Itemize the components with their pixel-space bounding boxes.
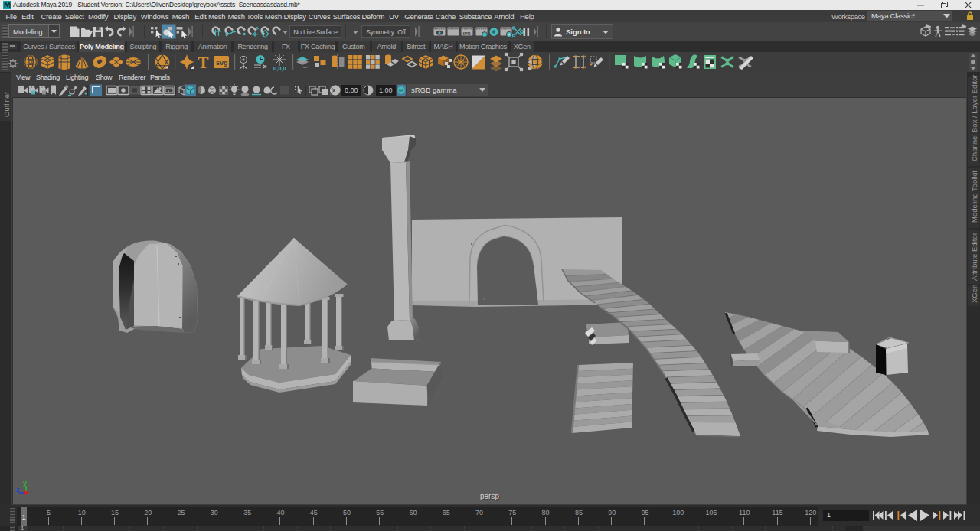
svg-text:0,0,0: 0,0,0	[273, 65, 286, 72]
svg-text:T: T	[198, 54, 209, 72]
svg-text:T: T	[168, 89, 171, 93]
svg-text:y: y	[23, 479, 27, 487]
svg-text:svg: svg	[216, 59, 228, 67]
svg-text:Sign In: Sign In	[566, 28, 590, 36]
svg-text:GA: GA	[399, 89, 404, 93]
svg-text:IPR: IPR	[463, 31, 472, 36]
